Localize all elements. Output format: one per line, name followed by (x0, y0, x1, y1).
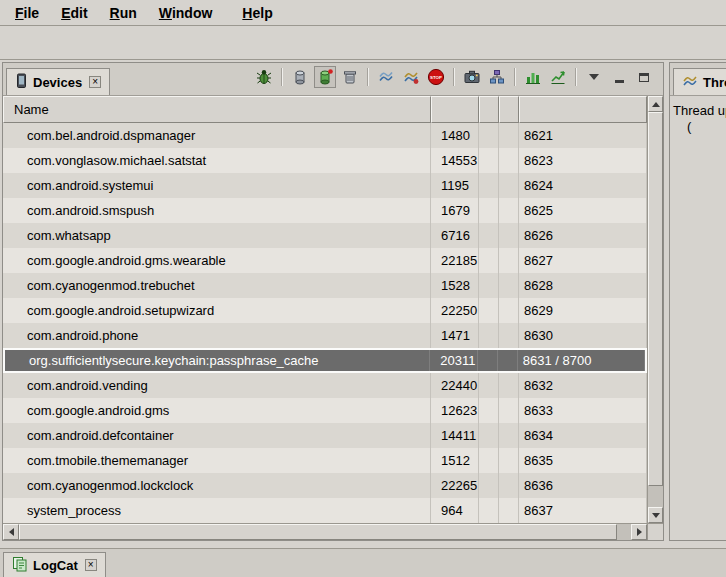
devices-tabbar: Devices × STOP (3, 63, 663, 96)
process-spacer (479, 198, 499, 223)
devices-toolbar: STOP (253, 63, 663, 95)
process-spacer (499, 173, 519, 198)
scrollbar-corner (647, 523, 663, 540)
table-row[interactable]: com.android.systemui11958624 (3, 173, 647, 198)
column-header-spacer-2[interactable] (499, 96, 519, 123)
threads-view: Threads Thread up ( (669, 62, 726, 541)
process-spacer (499, 148, 519, 173)
dump-view-hierarchy-icon[interactable] (486, 66, 508, 88)
main-toolbar (0, 27, 726, 60)
table-row[interactable]: com.tmobile.thememanager15128635 (3, 448, 647, 473)
table-row[interactable]: com.android.phone14718630 (3, 323, 647, 348)
process-name: com.google.android.gms.wearable (3, 248, 431, 273)
table-row[interactable]: com.android.defcontainer144118634 (3, 423, 647, 448)
menu-file[interactable]: File (6, 2, 48, 24)
process-port: 8635 (519, 448, 647, 473)
toolbar-separator (453, 68, 455, 86)
stop-label: STOP (430, 75, 442, 80)
threads-message-line: Thread up (673, 103, 723, 119)
process-port: 8633 (519, 398, 647, 423)
table-row[interactable]: com.cyanogenmod.lockclock222658636 (3, 473, 647, 498)
process-spacer (499, 373, 519, 398)
minimize-icon[interactable] (608, 66, 630, 88)
cause-gc-icon[interactable] (339, 66, 361, 88)
menu-edit[interactable]: Edit (52, 2, 96, 24)
view-menu-icon[interactable] (583, 66, 605, 88)
process-spacer (479, 248, 499, 273)
process-spacer (479, 298, 499, 323)
horizontal-scrollbar-thumb[interactable] (19, 524, 617, 540)
screen-capture-icon[interactable] (461, 66, 483, 88)
process-pid: 6716 (431, 223, 479, 248)
process-spacer (499, 123, 519, 148)
process-pid: 964 (431, 498, 479, 523)
threads-icon (682, 73, 698, 92)
scroll-down-icon[interactable] (648, 507, 663, 523)
scroll-up-icon[interactable] (648, 96, 663, 112)
column-header-name[interactable]: Name (3, 96, 431, 123)
menu-help[interactable]: Help (233, 2, 281, 24)
stop-process-icon[interactable]: STOP (425, 66, 447, 88)
process-spacer (499, 498, 519, 523)
process-spacer (479, 473, 499, 498)
table-row[interactable]: com.bel.android.dspmanager14808621 (3, 123, 647, 148)
table-row[interactable]: com.android.smspush16798625 (3, 198, 647, 223)
process-spacer (499, 398, 519, 423)
network-stats-icon[interactable] (547, 66, 569, 88)
start-method-profiling-icon[interactable] (400, 66, 422, 88)
process-port: 8636 (519, 473, 647, 498)
process-name: com.bel.android.dspmanager (3, 123, 431, 148)
table-row[interactable]: com.google.android.gms.wearable221858627 (3, 248, 647, 273)
device-table-body: com.bel.android.dspmanager14808621com.vo… (3, 123, 647, 523)
process-spacer (499, 198, 519, 223)
table-row[interactable]: com.vonglasow.michael.satstat145538623 (3, 148, 647, 173)
scroll-left-icon[interactable] (3, 524, 19, 540)
process-port: 8621 (519, 123, 647, 148)
process-name: com.android.vending (3, 373, 431, 398)
process-port: 8628 (519, 273, 647, 298)
column-header-port[interactable] (519, 96, 647, 123)
process-port: 8626 (519, 223, 647, 248)
heap-updates-icon[interactable] (289, 66, 311, 88)
menu-window[interactable]: Window (150, 2, 222, 24)
process-spacer (499, 298, 519, 323)
tab-devices[interactable]: Devices × (6, 68, 110, 95)
update-threads-icon[interactable] (375, 66, 397, 88)
close-icon[interactable]: × (89, 76, 101, 88)
process-name: com.cyanogenmod.lockclock (3, 473, 431, 498)
process-spacer (499, 273, 519, 298)
process-pid: 1471 (431, 323, 479, 348)
menu-bar: File Edit Run Window Help (0, 0, 726, 26)
tab-threads[interactable]: Threads (673, 68, 726, 95)
maximize-icon[interactable] (633, 66, 655, 88)
vertical-scrollbar[interactable] (647, 96, 663, 523)
close-icon[interactable]: × (85, 559, 97, 571)
vertical-scrollbar-thumb[interactable] (648, 112, 663, 486)
process-pid: 1528 (431, 273, 479, 298)
column-header-spacer-1[interactable] (479, 96, 499, 123)
tab-logcat[interactable]: LogCat × (3, 552, 106, 577)
process-name: com.google.android.gms (3, 398, 431, 423)
table-row-selected[interactable]: org.sufficientlysecure.keychain:passphra… (3, 348, 647, 373)
column-header-pid[interactable] (431, 96, 479, 123)
process-spacer (479, 498, 499, 523)
table-row[interactable]: com.cyanogenmod.trebuchet15288628 (3, 273, 647, 298)
menu-run[interactable]: Run (101, 2, 146, 24)
scroll-right-icon[interactable] (631, 524, 647, 540)
logcat-icon (12, 556, 28, 575)
process-spacer (479, 148, 499, 173)
process-pid: 14411 (431, 423, 479, 448)
process-name: com.vonglasow.michael.satstat (3, 148, 431, 173)
table-header: Name (3, 96, 647, 123)
table-row[interactable]: com.whatsapp67168626 (3, 223, 647, 248)
debug-process-icon[interactable] (253, 66, 275, 88)
heap-chart-icon[interactable] (522, 66, 544, 88)
table-row[interactable]: com.android.vending224408632 (3, 373, 647, 398)
table-row[interactable]: com.google.android.setupwizard222508629 (3, 298, 647, 323)
process-name: com.whatsapp (3, 223, 431, 248)
process-spacer (479, 223, 499, 248)
horizontal-scrollbar[interactable] (3, 523, 647, 540)
table-row[interactable]: system_process9648637 (3, 498, 647, 523)
table-row[interactable]: com.google.android.gms126238633 (3, 398, 647, 423)
dump-hprof-icon[interactable] (314, 66, 336, 88)
